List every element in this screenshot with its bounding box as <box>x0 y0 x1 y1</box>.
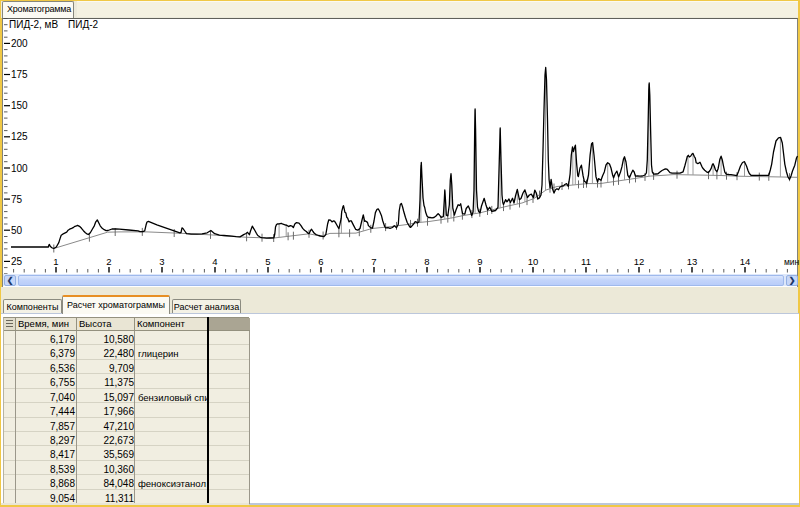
svg-text:200: 200 <box>11 38 28 49</box>
svg-text:1: 1 <box>53 256 58 267</box>
svg-text:2: 2 <box>106 256 111 267</box>
svg-text:25: 25 <box>11 256 23 267</box>
svg-text:ПИД-2, мВ: ПИД-2, мВ <box>9 19 58 30</box>
svg-text:9: 9 <box>477 256 482 267</box>
svg-text:100: 100 <box>11 163 28 174</box>
svg-text:5: 5 <box>265 256 270 267</box>
svg-text:ПИД-2: ПИД-2 <box>68 19 98 30</box>
svg-text:8: 8 <box>424 256 429 267</box>
svg-text:12: 12 <box>634 256 645 267</box>
svg-text:175: 175 <box>11 69 28 80</box>
svg-text:10: 10 <box>528 256 539 267</box>
svg-text:150: 150 <box>11 100 28 111</box>
svg-text:13: 13 <box>687 256 698 267</box>
svg-text:50: 50 <box>11 225 23 236</box>
svg-text:14: 14 <box>740 256 751 267</box>
svg-text:11: 11 <box>581 256 591 267</box>
svg-text:7: 7 <box>371 256 376 267</box>
svg-text:мин: мин <box>784 257 800 267</box>
svg-text:6: 6 <box>318 256 323 267</box>
svg-text:4: 4 <box>212 256 217 267</box>
svg-text:3: 3 <box>159 256 164 267</box>
svg-text:75: 75 <box>11 194 23 205</box>
svg-text:125: 125 <box>11 131 28 142</box>
